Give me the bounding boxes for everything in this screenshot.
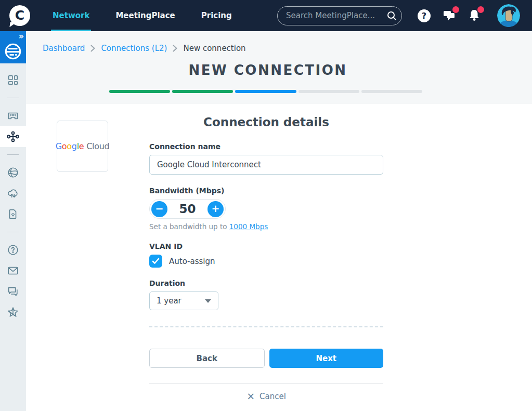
duration-value: 1 year bbox=[157, 296, 181, 306]
sidebar-item-iot-sim[interactable] bbox=[0, 204, 26, 224]
nav-item-meetingplace[interactable]: MeetingPlace bbox=[114, 0, 176, 31]
provider-logo-card: Google Cloud bbox=[57, 121, 108, 172]
sidebar-divider bbox=[7, 98, 19, 98]
cancel-label: Cancel bbox=[259, 392, 286, 401]
page-header-band: Dashboard Connections (L2) New connectio… bbox=[26, 31, 532, 104]
form-heading: Connection details bbox=[149, 104, 383, 129]
iot-sim-icon bbox=[7, 208, 19, 220]
page-title: NEW CONNECTION bbox=[109, 62, 426, 78]
search-icon[interactable] bbox=[387, 11, 397, 21]
progress-segment-done bbox=[109, 90, 170, 93]
dashed-divider bbox=[149, 326, 383, 327]
bandwidth-max-link[interactable]: 1000 Mbps bbox=[229, 222, 268, 231]
auto-assign-label: Auto-assign bbox=[169, 257, 215, 266]
progress-segment-todo bbox=[299, 90, 359, 93]
sidebar-item-cloud-exchange[interactable] bbox=[0, 183, 26, 204]
breadcrumb-link-dashboard[interactable]: Dashboard bbox=[43, 44, 85, 53]
breadcrumb: Dashboard Connections (L2) New connectio… bbox=[43, 44, 246, 53]
check-icon bbox=[152, 258, 160, 264]
bandwidth-field: Bandwidth (Mbps) − 50 + Set a bandwidth … bbox=[149, 187, 383, 231]
connection-name-input[interactable] bbox=[149, 155, 383, 175]
sidebar-divider bbox=[7, 232, 19, 232]
sidebar-item-internet[interactable] bbox=[0, 162, 26, 183]
star-icon bbox=[7, 306, 19, 319]
progress-segment-done bbox=[172, 90, 233, 93]
sidebar-item-contact[interactable] bbox=[0, 260, 26, 281]
next-button[interactable]: Next bbox=[269, 349, 384, 368]
primary-nav: Network MeetingPlace Pricing bbox=[51, 0, 233, 31]
progress-segment-current bbox=[235, 90, 296, 93]
sidebar-item-help[interactable] bbox=[0, 240, 26, 260]
brand-letter: C bbox=[15, 8, 24, 23]
user-avatar[interactable] bbox=[497, 4, 520, 27]
bandwidth-helper: Set a bandwidth up to 1000 Mbps bbox=[149, 222, 383, 231]
expand-chevrons-icon[interactable]: » bbox=[19, 31, 23, 41]
sidebar: » bbox=[0, 31, 26, 411]
messages-badge bbox=[452, 6, 459, 13]
bell-icon[interactable] bbox=[467, 9, 481, 23]
back-button[interactable]: Back bbox=[149, 349, 265, 368]
breadcrumb-current: New connection bbox=[183, 44, 245, 53]
auto-assign-checkbox[interactable] bbox=[149, 255, 162, 268]
divider bbox=[149, 383, 383, 384]
nav-item-pricing[interactable]: Pricing bbox=[200, 0, 233, 31]
sidebar-item-dashboard[interactable] bbox=[0, 70, 26, 90]
progress-segment-todo bbox=[361, 90, 422, 93]
vlan-field: VLAN ID Auto-assign bbox=[149, 242, 383, 268]
top-navbar: C Network MeetingPlace Pricing ? bbox=[0, 0, 532, 31]
network-logo-icon bbox=[4, 43, 22, 60]
google-cloud-logo: Google Cloud bbox=[56, 141, 110, 151]
duration-label: Duration bbox=[149, 279, 383, 287]
brand-logo[interactable]: C bbox=[9, 0, 30, 31]
ports-icon bbox=[7, 110, 19, 122]
messages-icon[interactable] bbox=[442, 9, 456, 23]
sidebar-item-feedback[interactable] bbox=[0, 281, 26, 302]
sidebar-divider bbox=[7, 154, 19, 155]
sidebar-logo-tile[interactable]: » bbox=[0, 31, 26, 63]
sidebar-item-whats-new[interactable] bbox=[0, 302, 26, 323]
internet-globe-icon bbox=[7, 166, 19, 179]
brand-bubble-icon: C bbox=[9, 5, 30, 26]
sidebar-item-ports[interactable] bbox=[0, 105, 26, 126]
chevron-right-icon bbox=[90, 45, 95, 52]
close-icon: × bbox=[246, 391, 255, 401]
connection-name-label: Connection name bbox=[149, 142, 383, 151]
connection-form: Google Cloud Connection details Connecti… bbox=[26, 104, 532, 401]
connection-name-field: Connection name bbox=[149, 142, 383, 175]
chat-bubbles-icon bbox=[7, 285, 19, 298]
search-input[interactable] bbox=[286, 11, 387, 20]
bandwidth-stepper: − 50 + bbox=[149, 199, 226, 219]
help-icon bbox=[7, 244, 19, 256]
bandwidth-decrease-button[interactable]: − bbox=[151, 201, 167, 217]
breadcrumb-link-connections[interactable]: Connections (L2) bbox=[101, 44, 167, 53]
vlan-label: VLAN ID bbox=[149, 242, 383, 250]
nav-item-network[interactable]: Network bbox=[51, 0, 91, 31]
search-box[interactable] bbox=[277, 6, 402, 25]
bandwidth-increase-button[interactable]: + bbox=[207, 201, 224, 217]
navbar-icon-group: ? bbox=[417, 0, 481, 31]
cloud-exchange-icon bbox=[7, 187, 19, 200]
sidebar-item-connections[interactable] bbox=[0, 126, 26, 147]
bandwidth-helper-text: Set a bandwidth up to bbox=[149, 222, 229, 231]
connections-icon bbox=[7, 130, 19, 143]
help-icon[interactable]: ? bbox=[417, 9, 431, 23]
progress-bar bbox=[109, 90, 422, 93]
bell-badge bbox=[477, 6, 484, 13]
duration-select[interactable]: 1 year bbox=[149, 291, 218, 310]
mail-icon bbox=[7, 264, 19, 277]
duration-field: Duration 1 year bbox=[149, 279, 383, 310]
help-glyph: ? bbox=[422, 11, 426, 21]
bandwidth-label: Bandwidth (Mbps) bbox=[149, 187, 383, 195]
bandwidth-value: 50 bbox=[179, 202, 196, 216]
sidebar-nav bbox=[0, 63, 26, 323]
dashboard-icon bbox=[7, 74, 19, 86]
main-content: Dashboard Connections (L2) New connectio… bbox=[26, 31, 532, 411]
cancel-button[interactable]: × Cancel bbox=[149, 392, 383, 401]
chevron-right-icon bbox=[173, 45, 177, 52]
chevron-down-icon bbox=[205, 299, 211, 303]
